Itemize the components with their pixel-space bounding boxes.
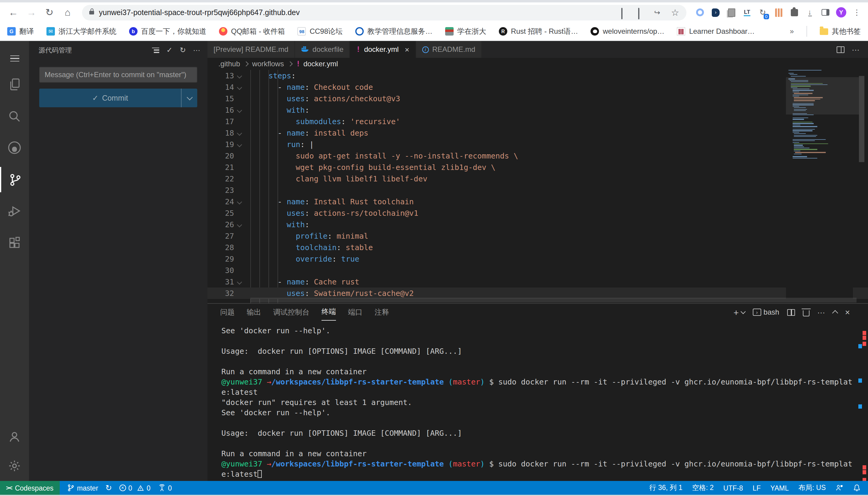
terminal[interactable]: See 'docker run --help'.Usage: docker ru… [208, 322, 868, 481]
code-line-17[interactable]: 17 submodules: 'recursive' [208, 116, 868, 127]
panel-tab-调试控制台[interactable]: 调试控制台 [273, 304, 310, 321]
eol-sequence[interactable]: LF [752, 484, 761, 492]
minimap-slider[interactable] [786, 77, 859, 114]
bookmark-item[interactable]: b百度一下，你就知道 [129, 26, 206, 36]
vertical-scrollbar[interactable] [859, 76, 864, 162]
tab--preview-readme-md[interactable]: [Preview] README.md [208, 41, 295, 58]
panel-tab-终端[interactable]: 终端 [321, 304, 336, 321]
share-icon[interactable]: ↪ [654, 8, 663, 17]
problems-indicator[interactable]: × 0 0 [119, 484, 150, 492]
fold-chevron-icon[interactable] [237, 280, 242, 285]
fold-chevron-icon[interactable] [237, 131, 242, 136]
panel-tab-端口[interactable]: 端口 [348, 304, 362, 321]
kill-terminal-icon[interactable] [803, 310, 809, 316]
tab-readme-md[interactable]: iREADME.md [416, 41, 482, 58]
keyboard-layout[interactable]: 布局: US [798, 483, 826, 492]
extensions-puzzle-icon[interactable] [789, 7, 799, 17]
panel-tab-问题[interactable]: 问题 [220, 304, 235, 321]
code-line-19[interactable]: 19 run: | [208, 139, 868, 150]
new-terminal-button[interactable]: + [733, 307, 745, 317]
breadcrumb-workflows[interactable]: workflows [252, 60, 284, 68]
terminal-shell-selector[interactable]: ›bash [753, 308, 779, 316]
account-icon[interactable] [0, 424, 29, 450]
code-line-26[interactable]: 26 with: [208, 219, 868, 230]
remote-indicator[interactable]: >< Codespaces [0, 481, 59, 495]
commit-check-icon[interactable]: ✓ [166, 46, 173, 53]
commit-message-input[interactable] [40, 67, 197, 82]
open-in-new-icon[interactable] [637, 8, 646, 17]
split-editor-icon[interactable] [837, 46, 844, 53]
code-line-23[interactable]: 23 [208, 184, 868, 196]
search-icon[interactable] [0, 104, 29, 129]
scm-more-icon[interactable]: ··· [193, 46, 200, 53]
indentation[interactable]: 空格: 2 [692, 483, 714, 492]
cursor-position[interactable]: 行 36, 列 1 [649, 483, 683, 492]
bookmark-item[interactable]: G翻译 [7, 26, 34, 36]
fold-chevron-icon[interactable] [237, 108, 242, 113]
languagetool-icon[interactable]: LT [742, 7, 752, 17]
code-line-13[interactable]: 13 steps: [208, 70, 868, 81]
bookmark-item[interactable]: QQ邮箱 - 收件箱 [219, 26, 285, 36]
editor-more-icon[interactable]: ··· [852, 45, 859, 54]
sync-indicator[interactable]: ↻ [106, 483, 112, 492]
fold-chevron-icon[interactable] [237, 74, 242, 79]
close-icon[interactable]: × [405, 45, 409, 54]
forward-button[interactable]: → [24, 5, 39, 19]
extension-donut-icon[interactable] [695, 7, 705, 17]
extension-pages-icon[interactable] [726, 7, 736, 17]
view-as-tree-icon[interactable] [152, 47, 159, 53]
code-line-18[interactable]: 18 - name: install deps [208, 127, 868, 139]
browser-menu-icon[interactable]: ⋮ [852, 7, 862, 17]
encoding[interactable]: UTF-8 [723, 484, 743, 492]
branch-indicator[interactable]: master [67, 484, 98, 492]
bookmark-item[interactable]: 98CC98论坛 [298, 26, 343, 36]
side-panel-icon[interactable] [820, 7, 830, 17]
extensions-icon[interactable] [0, 230, 29, 255]
downloads-icon[interactable]: ↓ [805, 7, 815, 17]
bookmark-item[interactable]: RRust 招聘 - Rust语… [499, 26, 578, 36]
code-line-15[interactable]: 15 uses: actions/checkout@v3 [208, 93, 868, 104]
horizontal-scrollbar[interactable] [250, 298, 856, 303]
bookmark-item[interactable]: ✉浙江大学邮件系统 [46, 26, 116, 36]
code-line-24[interactable]: 24 - name: Install Rust toolchain [208, 196, 868, 207]
profile-avatar[interactable]: Y [836, 7, 846, 17]
url-text[interactable]: yunwei37-potential-space-trout-rpr5qwj66… [99, 8, 300, 17]
code-line-14[interactable]: 14 - name: Checkout code [208, 81, 868, 93]
tab-dockerfile[interactable]: dockerfile [295, 41, 350, 58]
back-button[interactable]: ← [6, 5, 20, 19]
clipboard-icon[interactable] [620, 8, 629, 17]
code-editor[interactable]: 13 steps:14 - name: Checkout code15 uses… [208, 70, 868, 303]
pencils-extension-icon[interactable] [773, 7, 783, 17]
split-terminal-icon[interactable] [787, 309, 795, 315]
bookmark-item[interactable]: weloveinterns/op… [591, 27, 664, 35]
commit-button[interactable]: ✓Commit [39, 89, 197, 107]
code-line-20[interactable]: 20 sudo apt-get install -y --no-install-… [208, 150, 868, 161]
source-control-icon[interactable] [0, 167, 29, 192]
menu-hamburger-icon[interactable] [0, 46, 29, 71]
commit-dropdown-button[interactable] [181, 89, 197, 107]
bookmark-star-icon[interactable]: ☆ [671, 8, 679, 17]
code-line-32[interactable]: 32 uses: Swatinem/rust-cache@v2 [208, 288, 868, 299]
panel-tab-输出[interactable]: 输出 [247, 304, 261, 321]
panel-tab-注释[interactable]: 注释 [375, 304, 389, 321]
settings-gear-icon[interactable] [0, 453, 29, 479]
feedback-icon[interactable] [835, 484, 843, 492]
code-line-16[interactable]: 16 with: [208, 104, 868, 116]
code-line-27[interactable]: 27 profile: minimal [208, 230, 868, 242]
bookmarks-overflow-icon[interactable]: » [790, 27, 794, 35]
sync-extension-icon[interactable]: ↻0 [758, 7, 768, 17]
tab-docker-yml[interactable]: !docker.yml× [350, 41, 416, 58]
refresh-icon[interactable]: ↻ [180, 46, 186, 53]
home-button[interactable]: ⌂ [60, 5, 75, 19]
bookmark-item[interactable]: Learner Dashboar… [677, 27, 754, 35]
code-line-31[interactable]: 31 - name: Cache rust [208, 276, 868, 288]
code-line-29[interactable]: 29 override: true [208, 253, 868, 265]
fold-chevron-icon[interactable] [237, 85, 242, 90]
code-line-21[interactable]: 21 wget pkg-config build-essential zlib1… [208, 161, 868, 173]
address-bar[interactable]: yunwei37-potential-space-trout-rpr5qwj66… [82, 4, 686, 20]
fold-chevron-icon[interactable] [237, 200, 242, 205]
code-line-22[interactable]: 22 clang llvm libelf1 libelf-dev [208, 173, 868, 184]
breadcrumb-file[interactable]: docker.yml [303, 60, 338, 68]
github-icon[interactable] [0, 135, 29, 160]
language-mode[interactable]: YAML [770, 484, 789, 492]
